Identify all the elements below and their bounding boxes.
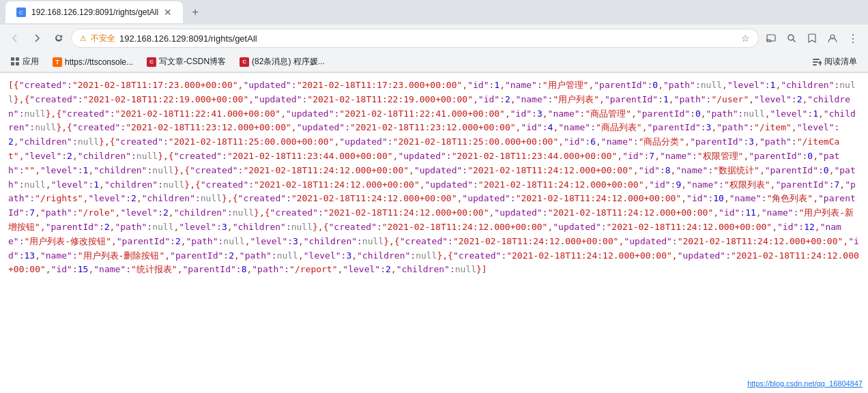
svg-rect-4 bbox=[16, 57, 19, 61]
bookmark-csdn-msg[interactable]: C (82条消息) 程序媛... bbox=[234, 54, 330, 70]
insecure-icon: ⚠ bbox=[80, 34, 87, 43]
apps-button[interactable]: 应用 bbox=[5, 54, 44, 70]
search-button[interactable] bbox=[782, 29, 801, 48]
svg-rect-3 bbox=[11, 57, 14, 61]
svg-rect-0 bbox=[767, 35, 775, 41]
browser-chrome: C 192.168.126.129:8091/rights/getAll ✕ +… bbox=[0, 0, 868, 73]
profile-button[interactable] bbox=[823, 29, 842, 48]
svg-rect-7 bbox=[813, 59, 820, 60]
tab-close-icon[interactable]: ✕ bbox=[164, 7, 172, 18]
url-display: 192.168.126.129:8091/rights/getAll bbox=[119, 33, 737, 44]
svg-point-1 bbox=[788, 35, 794, 40]
svg-rect-8 bbox=[813, 61, 818, 63]
watermark-link: https://blog.csdn.net/qq_16804847 bbox=[747, 379, 863, 388]
bookmark-button[interactable] bbox=[802, 29, 822, 48]
reading-list-button[interactable]: 阅读清单 bbox=[807, 54, 863, 70]
new-tab-btn[interactable]: + bbox=[186, 3, 205, 22]
bookmark-ttsconsole[interactable]: T https://ttsconsole... bbox=[47, 55, 139, 69]
forward-button[interactable] bbox=[27, 29, 46, 48]
bookmark-label-1: https://ttsconsole... bbox=[65, 57, 133, 67]
back-button[interactable] bbox=[5, 29, 25, 48]
address-bar[interactable]: ⚠ 不安全 192.168.126.129:8091/rights/getAll… bbox=[71, 29, 759, 48]
svg-rect-5 bbox=[11, 62, 14, 66]
bookmark-favicon-2: C bbox=[147, 57, 156, 67]
bookmark-star-icon[interactable]: ☆ bbox=[741, 33, 750, 44]
tab-title: 192.168.126.129:8091/rights/getAll bbox=[31, 8, 158, 17]
nav-bar: ⚠ 不安全 192.168.126.129:8091/rights/getAll… bbox=[0, 25, 868, 52]
insecure-label: 不安全 bbox=[91, 33, 115, 44]
reload-button[interactable] bbox=[49, 29, 68, 48]
bookmark-favicon-1: T bbox=[53, 57, 62, 67]
nav-right-icons: ⋮ bbox=[762, 29, 863, 48]
bookmark-label-3: (82条消息) 程序媛... bbox=[252, 56, 325, 68]
menu-button[interactable]: ⋮ bbox=[843, 29, 863, 48]
screen-cast-button[interactable] bbox=[762, 29, 781, 48]
apps-label: 应用 bbox=[23, 56, 39, 68]
svg-rect-9 bbox=[813, 64, 817, 66]
bookmarks-bar: 应用 T https://ttsconsole... C 写文章-CSDN博客 … bbox=[0, 52, 868, 72]
bookmark-label-2: 写文章-CSDN博客 bbox=[159, 56, 226, 68]
tab-favicon: C bbox=[16, 8, 26, 17]
reading-list-label: 阅读清单 bbox=[824, 56, 857, 68]
bookmark-csdn-blog[interactable]: C 写文章-CSDN博客 bbox=[141, 54, 231, 70]
bookmark-favicon-3: C bbox=[240, 57, 249, 67]
json-content: [{"created":"2021-02-18T11:17:23.000+00:… bbox=[0, 73, 868, 393]
svg-rect-6 bbox=[16, 62, 19, 66]
svg-rect-11 bbox=[818, 62, 822, 63]
active-tab[interactable]: C 192.168.126.129:8091/rights/getAll ✕ bbox=[5, 1, 183, 23]
tab-bar: C 192.168.126.129:8091/rights/getAll ✕ + bbox=[0, 0, 868, 25]
